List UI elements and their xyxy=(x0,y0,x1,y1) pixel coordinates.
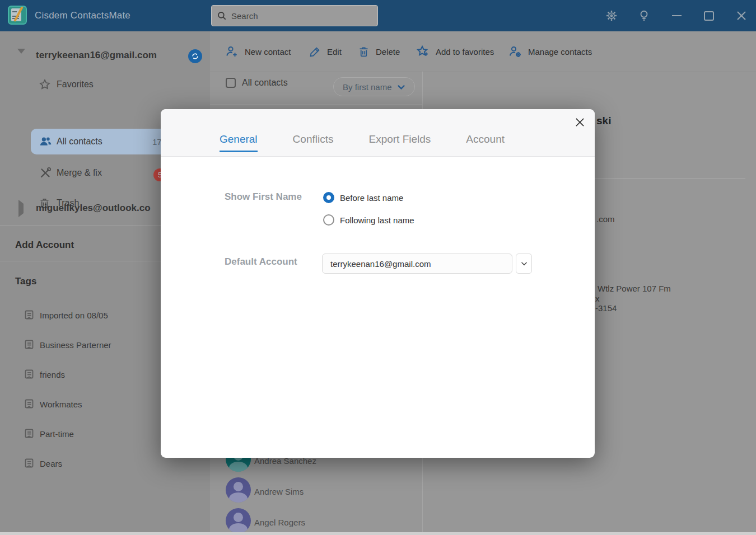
avatar xyxy=(226,477,251,503)
account2-email[interactable]: miguellkyles@outlook.co xyxy=(36,203,151,214)
maximize-button[interactable] xyxy=(702,9,716,22)
tab-export-fields[interactable]: Export Fields xyxy=(368,133,431,152)
contact-fax-fragment: x xyxy=(595,294,600,303)
window-bottom-edge xyxy=(0,532,756,535)
tags-header: Tags xyxy=(15,276,36,287)
search-box[interactable] xyxy=(211,5,378,26)
dialog-close-button[interactable] xyxy=(573,116,586,128)
new-contact-icon xyxy=(225,45,239,58)
contact-row[interactable]: Angel Rogers xyxy=(210,508,422,535)
chevron-down-icon xyxy=(396,82,406,92)
manage-contacts-button[interactable]: Manage contacts xyxy=(508,31,592,72)
search-icon xyxy=(217,11,227,21)
radio-before-last-name-label[interactable]: Before last name xyxy=(340,193,403,203)
delete-trash-icon xyxy=(358,46,370,58)
minimize-button[interactable] xyxy=(670,9,683,22)
lightbulb-icon[interactable] xyxy=(637,9,651,22)
add-account-button[interactable]: Add Account xyxy=(15,240,74,251)
contact-name-fragment: ski xyxy=(596,115,611,127)
tab-conflicts[interactable]: Conflicts xyxy=(293,133,334,152)
sidebar-item-favorites[interactable]: Favorites xyxy=(0,73,210,96)
titlebar: Cisdem ContactsMate xyxy=(0,0,756,31)
sync-icon[interactable] xyxy=(188,49,202,63)
dialog-tabs: General Conflicts Export Fields Account xyxy=(220,133,505,152)
app-window: Cisdem ContactsMate xyxy=(0,0,756,535)
tag-icon xyxy=(24,339,35,350)
star-icon xyxy=(39,78,51,91)
search-input[interactable] xyxy=(230,11,377,21)
contact-org-fragment: Wtlz Power 107 Fm xyxy=(598,284,671,293)
default-account-label: Default Account xyxy=(225,256,297,268)
add-to-favorites-button[interactable]: Add to favorites xyxy=(416,31,494,72)
account-email[interactable]: terrykeenan16@gmail.com xyxy=(36,50,157,61)
tag-icon xyxy=(24,398,35,410)
new-contact-button[interactable]: New contact xyxy=(225,31,291,72)
tag-icon xyxy=(24,428,35,439)
tag-icon xyxy=(24,369,35,380)
chevron-down-icon xyxy=(520,260,528,268)
close-icon xyxy=(575,118,585,127)
app-title: Cisdem ContactsMate xyxy=(35,0,130,31)
radio-before-last-name[interactable] xyxy=(323,192,334,203)
tag-icon xyxy=(24,309,35,321)
account-expand-arrow[interactable] xyxy=(17,54,25,64)
app-logo-icon xyxy=(8,6,27,25)
default-account-select[interactable]: terrykeenan16@gmail.com xyxy=(322,254,512,274)
select-all-checkbox[interactable] xyxy=(226,78,236,88)
contact-email-fragment: .com xyxy=(596,214,615,224)
tag-icon xyxy=(24,458,35,469)
show-first-name-label: Show First Name xyxy=(225,191,302,203)
avatar xyxy=(226,508,251,533)
contact-phone-fragment: -3154 xyxy=(595,303,617,313)
contacts-people-icon xyxy=(39,135,53,149)
person-gear-icon xyxy=(508,45,522,58)
sort-dropdown[interactable]: By first name xyxy=(333,77,415,96)
edit-pen-icon xyxy=(309,46,321,58)
contact-row[interactable]: Andrew Sims xyxy=(210,477,422,505)
tools-icon xyxy=(39,166,52,180)
all-contacts-label: All contacts xyxy=(242,73,288,92)
star-plus-icon xyxy=(416,45,430,58)
radio-following-last-name-label[interactable]: Following last name xyxy=(340,215,414,225)
settings-gear-icon[interactable] xyxy=(605,9,618,22)
settings-dialog: General Conflicts Export Fields Account … xyxy=(161,109,595,458)
close-window-button[interactable] xyxy=(735,9,748,22)
tab-general[interactable]: General xyxy=(220,133,258,152)
tab-account[interactable]: Account xyxy=(466,133,505,152)
default-account-dropdown-button[interactable] xyxy=(516,254,532,274)
edit-button[interactable]: Edit xyxy=(309,31,342,72)
delete-button[interactable]: Delete xyxy=(358,31,400,72)
radio-following-last-name[interactable] xyxy=(323,214,334,226)
account2-expand-arrow[interactable] xyxy=(18,204,24,214)
